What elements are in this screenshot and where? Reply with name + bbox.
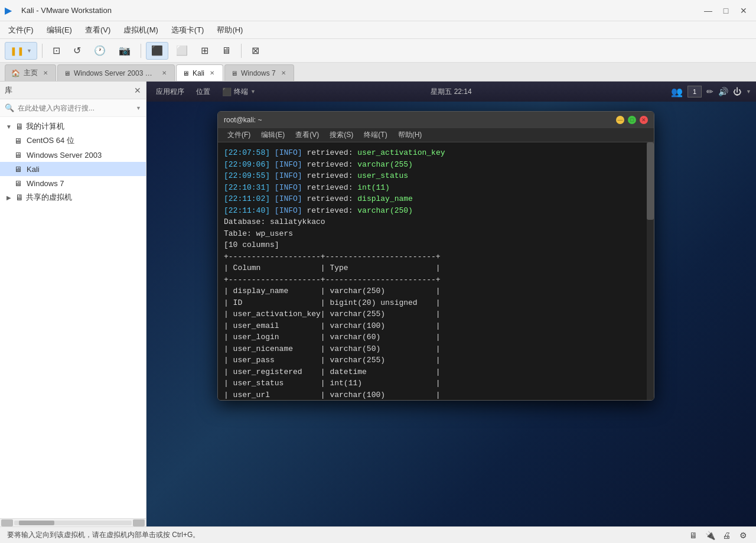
sidebar-item-centos[interactable]: 🖥 CentOS 64 位 — [0, 134, 146, 148]
menu-edit[interactable]: 编辑(E) — [41, 22, 78, 38]
term-menu-help[interactable]: 帮助(H) — [393, 129, 427, 141]
win7-tab-close[interactable]: ✕ — [279, 69, 288, 77]
scroll-left-btn[interactable] — [1, 519, 13, 526]
terminal-close-button[interactable]: ✕ — [640, 116, 648, 124]
expand-icon-mycomputer: ▼ — [5, 122, 13, 131]
sidebar-item-kali[interactable]: 🖥 Kali — [0, 162, 146, 176]
unity-button[interactable]: ⬜ — [171, 42, 193, 60]
terminal-minimize-button[interactable]: — — [616, 116, 624, 124]
pause-dropdown: ▼ — [27, 48, 32, 54]
term-menu-edit[interactable]: 编辑(E) — [256, 129, 289, 141]
fullscreen-button[interactable]: ⬛ — [146, 42, 168, 60]
term-menu-file[interactable]: 文件(F) — [223, 129, 255, 141]
kali-terminal-menu[interactable]: ⬛ 终端 ▼ — [217, 84, 260, 99]
toolbar-separator-1 — [42, 44, 43, 58]
sidebar-item-winserver[interactable]: 🖥 Windows Server 2003 — [0, 148, 146, 162]
terminal-columns-info: [10 columns] — [224, 239, 648, 251]
tab-winserver[interactable]: 🖥 Windows Server 2003 Standard... ✕ — [57, 64, 175, 81]
kali-locations-menu[interactable]: 位置 — [191, 84, 215, 99]
snapshot-mgr-button[interactable]: 📷 — [113, 42, 136, 60]
main-area: 库 ✕ 🔍 ▼ ▼ 🖥 我的计算机 🖥 CentOS 64 位 🖥 Windo — [0, 82, 756, 526]
maximize-button[interactable]: □ — [718, 3, 734, 18]
search-icon: 🔍 — [5, 103, 14, 112]
sidebar-hscroll[interactable] — [0, 518, 146, 526]
vm-display[interactable]: 应用程序 位置 ⬛ 终端 ▼ 星期五 22:14 👥 1 ✏ 🔊 ⏻ ▼ — [146, 82, 756, 526]
network-icon: 🖥 — [687, 529, 699, 541]
table-row-url: | user_url | varchar(100) | — [224, 389, 648, 401]
minimize-button[interactable]: — — [700, 3, 716, 18]
search-dropdown-icon[interactable]: ▼ — [136, 105, 141, 111]
toolbar-separator-3 — [241, 44, 242, 58]
snapshot-button[interactable]: 🕐 — [89, 42, 111, 60]
sidebar-tree: ▼ 🖥 我的计算机 🖥 CentOS 64 位 🖥 Windows Server… — [0, 117, 146, 518]
sidebar-item-sharedvms[interactable]: ▶ 🖥 共享的虚拟机 — [0, 190, 146, 204]
status-bar-right: 🖥 🔌 🖨 ⚙ — [687, 529, 749, 541]
winserver-vm-icon: 🖥 — [14, 151, 22, 160]
sidebar-close-button[interactable]: ✕ — [134, 86, 141, 95]
terminal-maximize-button[interactable]: □ — [628, 116, 636, 124]
revert-icon: ↺ — [73, 45, 81, 56]
close-button[interactable]: ✕ — [736, 3, 751, 18]
terminal-line-2: [22:09:06] [INFO] retrieved: varchar(255… — [224, 159, 648, 171]
vm-content[interactable]: 应用程序 位置 ⬛ 终端 ▼ 星期五 22:14 👥 1 ✏ 🔊 ⏻ ▼ — [146, 82, 756, 526]
table-row-login: | user_login | varchar(60) | — [224, 331, 648, 343]
table-row-display_name: | display_name | varchar(250) | — [224, 285, 648, 297]
term-menu-view[interactable]: 查看(V) — [291, 129, 324, 141]
win7-tab-icon: 🖥 — [231, 70, 237, 77]
menu-file[interactable]: 文件(F) — [2, 22, 40, 38]
winserver-tab-icon: 🖥 — [64, 70, 70, 77]
kali-tab-label: Kali — [193, 69, 204, 77]
home-tab-close[interactable]: ✕ — [41, 69, 50, 77]
winserver-label: Windows Server 2003 — [27, 151, 102, 160]
menu-view[interactable]: 查看(V) — [79, 22, 116, 38]
terminal-scrollbar[interactable] — [647, 142, 654, 400]
kali-workspace-indicator[interactable]: 1 — [687, 86, 702, 97]
unity-icon: ⬜ — [176, 45, 188, 56]
kali-apps-menu[interactable]: 应用程序 — [151, 84, 189, 99]
sidebar-header: 库 ✕ — [0, 82, 146, 99]
sidebar-item-mycomputer[interactable]: ▼ 🖥 我的计算机 — [0, 119, 146, 134]
title-bar-left: ▶ Kali - VMware Workstation — [5, 5, 112, 17]
sidebar-item-win7[interactable]: 🖥 Windows 7 — [0, 176, 146, 190]
tab-home[interactable]: 🏠 主页 ✕ — [5, 64, 56, 81]
menu-tab[interactable]: 选项卡(T) — [165, 22, 210, 38]
multimon-button[interactable]: ⊞ — [195, 42, 214, 60]
revert-button[interactable]: ↺ — [68, 42, 86, 60]
term-menu-terminal[interactable]: 终端(T) — [359, 129, 392, 141]
home-tab-label: 主页 — [24, 68, 38, 78]
terminal-db-info: Database: sallatykkaco — [224, 216, 648, 228]
terminal-sep2: +--------------------+------------------… — [224, 274, 648, 286]
expand-icon-shared: ▶ — [5, 193, 13, 201]
toolbar-separator-2 — [141, 44, 141, 58]
menu-vm[interactable]: 虚拟机(M) — [118, 22, 164, 38]
usb-icon: 🔌 — [704, 529, 716, 541]
kali-tab-close[interactable]: ✕ — [208, 69, 216, 77]
terminal-table-info: Table: wp_users — [224, 228, 648, 240]
multimon-icon: ⊞ — [201, 45, 208, 56]
scroll-right-btn[interactable] — [133, 519, 145, 526]
menu-help[interactable]: 帮助(H) — [211, 22, 249, 38]
terminal-line-1: [22:07:58] [INFO] retrieved: user_activa… — [224, 147, 648, 159]
tab-win7[interactable]: 🖥 Windows 7 ✕ — [224, 64, 294, 81]
title-bar: ▶ Kali - VMware Workstation — □ ✕ — [0, 0, 756, 21]
search-input[interactable] — [18, 104, 132, 112]
terminal-body[interactable]: [22:07:58] [INFO] retrieved: user_activa… — [218, 142, 654, 400]
kali-taskbar-right: 👥 1 ✏ 🔊 ⏻ ▼ — [671, 86, 751, 97]
kali-power-arrow[interactable]: ▼ — [746, 89, 751, 95]
pause-button[interactable]: ❚❚ ▼ — [5, 42, 37, 60]
sidebar-search[interactable]: 🔍 ▼ — [0, 99, 146, 117]
terminal-icon: ⬛ — [222, 87, 232, 96]
prefs-icon: ⊠ — [252, 45, 259, 56]
terminal-titlebar: root@kali: ~ — □ ✕ — [218, 112, 654, 128]
mycomputer-label: 我的计算机 — [26, 121, 64, 132]
guest-iso-button[interactable]: 🖥 — [216, 42, 236, 60]
term-menu-search[interactable]: 搜索(S) — [325, 129, 358, 141]
kali-pencil-icon: ✏ — [706, 87, 713, 96]
winserver-tab-close[interactable]: ✕ — [160, 69, 168, 77]
tab-kali[interactable]: 🖥 Kali ✕ — [176, 64, 223, 81]
send-ctrlaltdel-button[interactable]: ⊡ — [47, 42, 66, 60]
table-row-activation: | user_activation_key| varchar(255) | — [224, 308, 648, 320]
terminal-window[interactable]: root@kali: ~ — □ ✕ 文件(F) 编辑(E) 查看(V) 搜索(… — [217, 111, 654, 401]
kali-vm-icon: 🖥 — [14, 165, 22, 174]
prefs-button[interactable]: ⊠ — [246, 42, 265, 60]
